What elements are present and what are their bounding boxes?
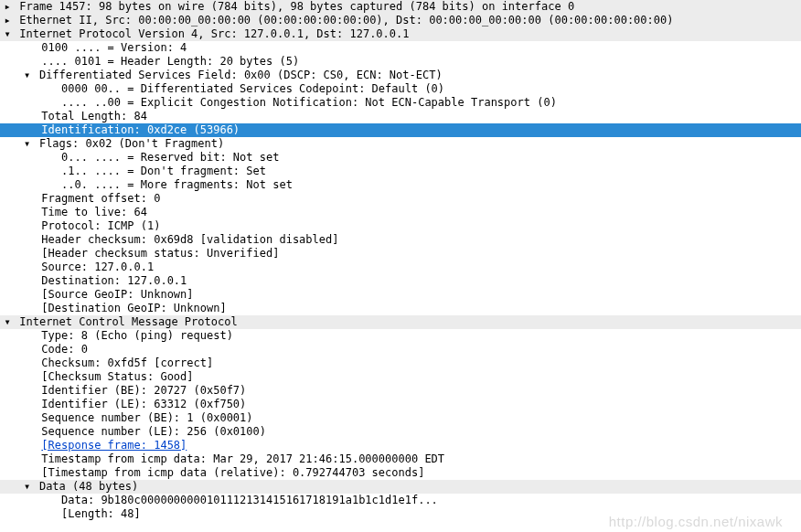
icmp-seq-le[interactable]: Sequence number (LE): 256 (0x0100) [0,425,801,439]
icmp-type[interactable]: Type: 8 (Echo (ping) request) [0,329,801,343]
triangle-down-icon: ▾ [2,27,13,41]
triangle-right-icon: ▸ [2,0,13,14]
tree-row-ethernet[interactable]: ▸ Ethernet II, Src: 00:00:00_00:00:00 (0… [0,14,801,27]
triangle-down-icon: ▾ [2,315,13,329]
ip-fragment-offset[interactable]: Fragment offset: 0 [0,192,801,206]
ip-protocol[interactable]: Protocol: ICMP (1) [0,219,801,233]
ip-ttl[interactable]: Time to live: 64 [0,206,801,219]
ip-dsf[interactable]: ▾ Differentiated Services Field: 0x00 (D… [0,69,801,82]
icmp-id-be[interactable]: Identifier (BE): 20727 (0x50f7) [0,384,801,398]
watermark-text: http://blog.csdn.net/nixawk [609,515,783,521]
icmp-timestamp-relative[interactable]: [Timestamp from icmp data (relative): 0.… [0,466,801,480]
ip-total-length[interactable]: Total Length: 84 [0,110,801,123]
ip-dsf-dscp[interactable]: 0000 00.. = Differentiated Services Code… [0,82,801,96]
ip-dsf-ecn[interactable]: .... ..00 = Explicit Congestion Notifica… [0,96,801,110]
icmp-id-le[interactable]: Identifier (LE): 63312 (0xf750) [0,398,801,411]
icmp-checksum-status[interactable]: [Checksum Status: Good] [0,370,801,384]
ip-geoip-src[interactable]: [Source GeoIP: Unknown] [0,288,801,302]
tree-row-frame[interactable]: ▸ Frame 1457: 98 bytes on wire (784 bits… [0,0,801,14]
response-frame-link[interactable]: [Response frame: 1458] [41,439,187,452]
icmp-response-frame[interactable]: [Response frame: 1458] [0,439,801,452]
ethernet-summary: Ethernet II, Src: 00:00:00_00:00:00 (00:… [19,14,673,27]
ip-geoip-dst[interactable]: [Destination GeoIP: Unknown] [0,302,801,315]
ip-header-checksum-status[interactable]: [Header checksum status: Unverified] [0,247,801,261]
ip-flag-mf[interactable]: ..0. .... = More fragments: Not set [0,178,801,192]
tree-row-ipv4[interactable]: ▾ Internet Protocol Version 4, Src: 127.… [0,27,801,41]
icmp-data-hex[interactable]: Data: 9b180c0000000000101112131415161718… [0,494,801,507]
tree-row-icmp[interactable]: ▾ Internet Control Message Protocol [0,315,801,329]
frame-summary: Frame 1457: 98 bytes on wire (784 bits),… [19,0,574,13]
ip-source[interactable]: Source: 127.0.0.1 [0,261,801,274]
triangle-right-icon: ▸ [2,14,13,27]
ip-version[interactable]: 0100 .... = Version: 4 [0,41,801,55]
icmp-checksum[interactable]: Checksum: 0xfd5f [correct] [0,356,801,370]
ip-flag-reserved[interactable]: 0... .... = Reserved bit: Not set [0,151,801,165]
ip-identification-selected[interactable]: Identification: 0xd2ce (53966) [0,123,801,137]
icmp-seq-be[interactable]: Sequence number (BE): 1 (0x0001) [0,411,801,425]
triangle-down-icon: ▾ [22,69,33,82]
icmp-code[interactable]: Code: 0 [0,343,801,356]
ipv4-summary: Internet Protocol Version 4, Src: 127.0.… [19,27,409,40]
icmp-timestamp[interactable]: Timestamp from icmp data: Mar 29, 2017 2… [0,452,801,466]
icmp-summary: Internet Control Message Protocol [19,315,237,328]
ip-destination[interactable]: Destination: 127.0.0.1 [0,274,801,288]
ip-header-checksum[interactable]: Header checksum: 0x69d8 [validation disa… [0,233,801,247]
ip-header-length[interactable]: .... 0101 = Header Length: 20 bytes (5) [0,55,801,69]
triangle-down-icon: ▾ [22,137,33,151]
triangle-down-icon: ▾ [22,480,33,494]
tree-row-icmp-data[interactable]: ▾ Data (48 bytes) [0,480,801,494]
ip-flag-df[interactable]: .1.. .... = Don't fragment: Set [0,165,801,178]
ip-flags[interactable]: ▾ Flags: 0x02 (Don't Fragment) [0,137,801,151]
